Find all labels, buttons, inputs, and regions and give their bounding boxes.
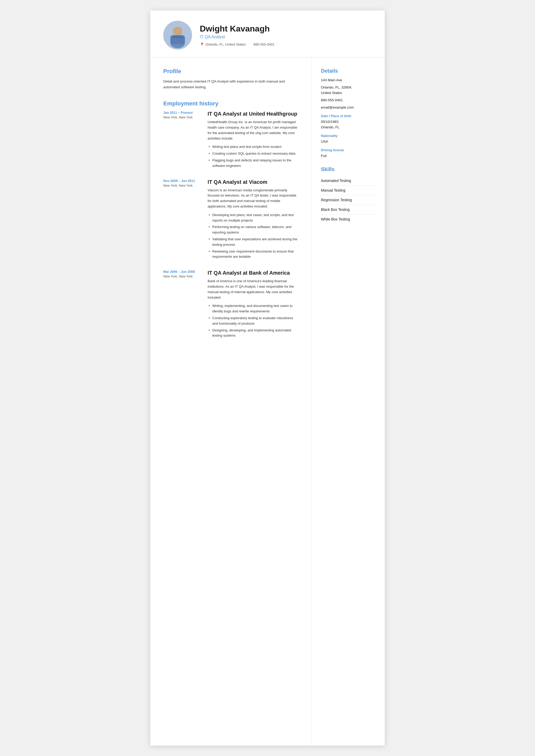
bullet-1-1: Writing test plans and test scripts from… bbox=[208, 144, 298, 150]
job-bullets-2: Developing test plans, test cases, test … bbox=[208, 212, 298, 259]
bullet-2-1: Developing test plans, test cases, test … bbox=[208, 212, 298, 223]
resume-container: Dwight Kavanagh IT QA Analyst 📍 Orlando,… bbox=[150, 11, 385, 745]
skill-2: Manual Testing bbox=[321, 186, 376, 195]
bullet-3-3: Designing, developing, and implementing … bbox=[208, 328, 298, 339]
job-entry-2: Nov 2008 – Jan 2011 New York, New York I… bbox=[163, 179, 298, 261]
job-desc-1: UnitedHealth Group Inc. is an American f… bbox=[208, 120, 298, 141]
employment-list: Jan 2011 – Present New York, New York IT… bbox=[163, 111, 298, 340]
details-address1: 143 Main Ave bbox=[321, 78, 376, 83]
header-info: Dwight Kavanagh IT QA Analyst 📍 Orlando,… bbox=[200, 24, 372, 47]
bullet-2-2: Performing testing on various software, … bbox=[208, 225, 298, 235]
job-location-2: New York, New York bbox=[163, 184, 202, 187]
details-phone: 890-555-0401 bbox=[321, 97, 376, 103]
date-range-2: Nov 2008 – Jan 2011 bbox=[163, 179, 202, 183]
dob-label: Date / Place of birth bbox=[321, 114, 376, 118]
job-title-3: IT QA Analyst at Bank of America bbox=[208, 270, 298, 276]
job-title-1: IT QA Analyst at United Healthgroup bbox=[208, 111, 298, 117]
bullet-1-3: Flagging bugs and defects and relaying i… bbox=[208, 158, 298, 169]
skill-4: Black Box Testing bbox=[321, 205, 376, 214]
avatar bbox=[163, 21, 192, 49]
job-title-2: IT QA Analyst at Viacom bbox=[208, 179, 298, 185]
candidate-name: Dwight Kavanagh bbox=[200, 24, 372, 34]
job-entry-1: Jan 2011 – Present New York, New York IT… bbox=[163, 111, 298, 170]
date-range-3: Mar 2006 – Jun 2008 bbox=[163, 270, 202, 274]
skill-1: Automated Testing bbox=[321, 176, 376, 186]
bullet-3-2: Conducting exploratory testing to evalua… bbox=[208, 315, 298, 326]
svg-rect-5 bbox=[172, 37, 183, 38]
details-dob: 05/10/1983Orlando, FL bbox=[321, 119, 376, 130]
job-bullets-3: Writing, implementing, and documenting t… bbox=[208, 303, 298, 338]
candidate-job-title: IT QA Analyst bbox=[200, 35, 372, 39]
details-email: email@example.com bbox=[321, 105, 376, 110]
nationality-label: Nationality bbox=[321, 134, 376, 138]
job-location-1: New York, New York bbox=[163, 116, 202, 119]
location-item: 📍 Orlando, FL, United States bbox=[200, 42, 246, 47]
job-dates-2: Nov 2008 – Jan 2011 New York, New York bbox=[163, 179, 202, 261]
job-location-3: New York, New York bbox=[163, 275, 202, 278]
skills-section-title: Skills bbox=[321, 166, 376, 172]
left-column: Profile Detail and process-oriented IT Q… bbox=[150, 58, 312, 745]
skills-section: Skills Automated Testing Manual Testing … bbox=[321, 166, 376, 224]
job-desc-2: Viacom is an American media conglomerate… bbox=[208, 188, 298, 209]
job-desc-3: Bank of America is one of America's lead… bbox=[208, 279, 298, 300]
job-details-3: IT QA Analyst at Bank of America Bank of… bbox=[208, 270, 298, 340]
main-content: Profile Detail and process-oriented IT Q… bbox=[150, 58, 385, 745]
driving-label: Driving license bbox=[321, 148, 376, 152]
skill-3: Regression Testing bbox=[321, 195, 376, 205]
date-range-1: Jan 2011 – Present bbox=[163, 111, 202, 115]
job-dates-3: Mar 2006 – Jun 2008 New York, New York bbox=[163, 270, 202, 340]
skill-5: White Box Testing bbox=[321, 214, 376, 224]
details-address2: Orlando, FL, 32804,United States bbox=[321, 85, 376, 95]
job-details-2: IT QA Analyst at Viacom Viacom is an Ame… bbox=[208, 179, 298, 261]
svg-point-3 bbox=[173, 27, 182, 36]
right-column: Details 143 Main Ave Orlando, FL, 32804,… bbox=[312, 58, 385, 745]
profile-section-title: Profile bbox=[163, 68, 298, 75]
header-section: Dwight Kavanagh IT QA Analyst 📍 Orlando,… bbox=[150, 11, 385, 58]
employment-section-title: Employment history bbox=[163, 100, 298, 107]
location-icon: 📍 bbox=[200, 42, 204, 47]
job-dates-1: Jan 2011 – Present New York, New York bbox=[163, 111, 202, 170]
details-nationality: USA bbox=[321, 139, 376, 144]
profile-text: Detail and process-oriented IT QA Analys… bbox=[163, 79, 298, 90]
job-details-1: IT QA Analyst at United Healthgroup Unit… bbox=[208, 111, 298, 170]
location-text: Orlando, FL, United States bbox=[206, 42, 246, 46]
bullet-3-1: Writing, implementing, and documenting t… bbox=[208, 303, 298, 314]
details-driving: Full bbox=[321, 153, 376, 158]
bullet-1-2: Creating custom SQL queries to extract n… bbox=[208, 151, 298, 156]
contact-row: 📍 Orlando, FL, United States 890-555-040… bbox=[200, 42, 372, 47]
phone-text: 890-555-0401 bbox=[253, 42, 274, 46]
details-section-title: Details bbox=[321, 68, 376, 74]
bullet-2-3: Validating that user expectations are ac… bbox=[208, 237, 298, 248]
avatar-image bbox=[163, 21, 192, 49]
job-bullets-1: Writing test plans and test scripts from… bbox=[208, 144, 298, 169]
job-entry-3: Mar 2006 – Jun 2008 New York, New York I… bbox=[163, 270, 298, 340]
bullet-2-4: Reviewing user requirement documents to … bbox=[208, 249, 298, 260]
